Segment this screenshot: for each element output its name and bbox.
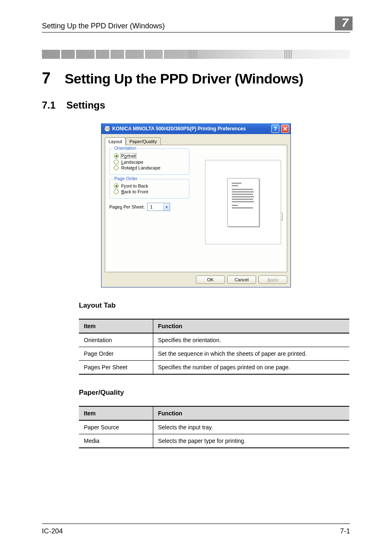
table-row: Paper Source Selects the input tray. <box>79 420 349 434</box>
orientation-landscape-radio[interactable]: Landscape <box>114 160 185 164</box>
h2-number: 7.1 <box>42 100 55 111</box>
h1-number: 7 <box>42 70 51 87</box>
titlebar-text: KONICA MINOLTA 500/420/360PS(P) Printing… <box>112 126 270 132</box>
layout-tab-table: Item Function Orientation Specifies the … <box>79 319 349 375</box>
page-order-ftb-label: Front to Back <box>121 183 148 188</box>
printing-preferences-dialog: KONICA MINOLTA 500/420/360PS(P) Printing… <box>101 123 291 287</box>
orientation-legend: Orientation <box>113 146 138 151</box>
chapter-badge: 7 <box>335 16 353 30</box>
apply-button[interactable]: Apply <box>258 276 287 284</box>
tab-layout[interactable]: Layout <box>105 137 126 145</box>
pages-per-sheet-select[interactable]: 1 ▾ <box>147 203 170 211</box>
page-order-front-to-back-radio[interactable]: Front to Back <box>114 183 185 188</box>
radio-checked-icon <box>114 153 119 158</box>
page-preview-icon <box>227 178 259 227</box>
radio-unchecked-icon <box>114 165 119 170</box>
footer-left: IC-204 <box>42 527 63 535</box>
help-button[interactable]: ? <box>271 125 279 133</box>
orientation-rotated-radio[interactable]: Rotated Landscape <box>114 165 185 170</box>
h1-title: Setting Up the PPD Driver (Windows) <box>65 71 303 87</box>
orientation-group: Orientation Portrait Landscape Rotated L… <box>109 148 189 175</box>
orientation-rotated-label: Rotated Landscape <box>121 165 160 170</box>
orientation-landscape-label: Landscape <box>121 160 143 164</box>
pages-per-sheet-label: Pages Per Sheet: <box>109 204 145 209</box>
table-header-function: Function <box>153 406 349 420</box>
page-order-group: Page Order Front to Back Back to Front <box>109 179 189 199</box>
close-button[interactable] <box>281 125 289 133</box>
svg-rect-2 <box>106 130 109 131</box>
radio-unchecked-icon <box>114 160 119 164</box>
paper-quality-heading: Paper/Quality <box>79 389 350 397</box>
table-header-function: Function <box>153 319 349 333</box>
running-header: Setting Up the PPD Driver (Windows) <box>42 22 165 30</box>
orientation-portrait-label: Portrait <box>120 153 136 159</box>
chevron-down-icon: ▾ <box>163 203 170 211</box>
page-order-legend: Page Order <box>113 176 139 181</box>
h2-title: Settings <box>66 100 105 111</box>
table-row: Media Selects the paper type for printin… <box>79 434 349 448</box>
svg-rect-0 <box>105 126 109 128</box>
ok-button[interactable]: OK <box>196 276 225 284</box>
layout-tab-heading: Layout Tab <box>79 301 350 310</box>
table-row: Pages Per Sheet Specifies the number of … <box>79 361 349 375</box>
radio-unchecked-icon <box>114 189 119 194</box>
svg-point-3 <box>108 128 109 129</box>
orientation-portrait-radio[interactable]: Portrait <box>114 153 185 159</box>
cancel-button[interactable]: Cancel <box>227 276 256 284</box>
radio-checked-icon <box>114 183 119 188</box>
page-order-btf-label: Back to Front <box>121 189 148 194</box>
layout-preview-pane <box>205 160 281 244</box>
decorative-stripe <box>42 50 350 59</box>
page-order-back-to-front-radio[interactable]: Back to Front <box>114 189 185 194</box>
footer-right: 7-1 <box>340 527 350 535</box>
titlebar[interactable]: KONICA MINOLTA 500/420/360PS(P) Printing… <box>101 123 291 134</box>
pages-per-sheet-value: 1 <box>148 204 163 209</box>
table-row: Page Order Set the sequence in which the… <box>79 347 349 361</box>
paper-quality-table: Item Function Paper Source Selects the i… <box>79 406 349 448</box>
table-header-item: Item <box>79 406 153 420</box>
table-header-item: Item <box>79 319 153 333</box>
table-row: Orientation Specifies the orientation. <box>79 333 349 347</box>
tab-paper-quality[interactable]: Paper/Quality <box>126 137 161 145</box>
printer-icon <box>104 125 111 132</box>
